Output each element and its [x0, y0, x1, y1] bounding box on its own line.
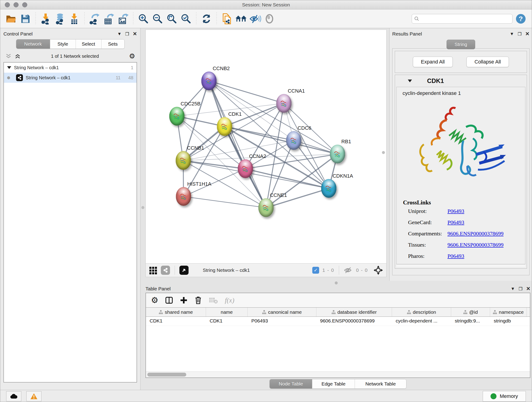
tab-select[interactable]: Select [76, 39, 101, 49]
delete-column-icon[interactable] [195, 296, 202, 304]
network-node-CDC6[interactable]: CDC6 [286, 131, 302, 150]
show-graphics-details-icon[interactable] [264, 13, 275, 25]
clone-network-icon[interactable] [221, 13, 233, 25]
column-header[interactable]: canonical name [248, 307, 317, 317]
node-ball[interactable] [176, 151, 191, 170]
node-ball[interactable] [286, 131, 302, 150]
right-splitter-grip[interactable] [382, 151, 385, 154]
table-cell[interactable]: CDK1 [206, 317, 248, 326]
table-cell[interactable]: CDK1 [146, 317, 206, 326]
network-row[interactable]: String Network – cdk1 11 48 [4, 73, 137, 83]
column-header[interactable]: namespace [490, 307, 527, 317]
node-ball[interactable] [169, 107, 184, 126]
selected-items-checkbox-icon[interactable]: ✓ [312, 267, 319, 274]
table-row[interactable]: CDK1CDK1P064939606.ENSP00000378699cyclin… [146, 317, 530, 326]
table-horizontal-scrollbar[interactable] [146, 371, 530, 377]
column-header[interactable]: database identifier [317, 307, 392, 317]
network-node-CDKN1A[interactable]: CDKN1A [321, 179, 336, 198]
search-input[interactable] [421, 16, 510, 21]
tab-edge-table[interactable]: Edge Table [312, 379, 355, 389]
node-ball[interactable] [238, 159, 253, 178]
node-ball[interactable] [330, 145, 345, 163]
collapse-panel-icon[interactable]: ▼ [511, 286, 515, 291]
tab-string[interactable]: String [447, 40, 475, 49]
node-ball[interactable] [276, 94, 292, 113]
collapse-all-icon[interactable] [5, 53, 12, 59]
import-network-database-icon[interactable] [54, 13, 66, 25]
crosslink-link[interactable]: P06493 [447, 208, 464, 214]
memory-button[interactable]: Memory [483, 391, 526, 402]
float-panel-icon[interactable]: ❒ [518, 32, 522, 37]
birds-eye-view-icon[interactable] [179, 266, 189, 275]
function-builder-icon[interactable]: f(x) [225, 296, 234, 304]
collapse-panel-icon[interactable]: ▼ [510, 32, 514, 36]
warnings-button[interactable] [26, 391, 41, 401]
zoom-in-icon[interactable] [138, 13, 149, 25]
fit-selected-crosshair-icon[interactable] [374, 265, 383, 275]
export-table-icon[interactable] [103, 13, 115, 25]
network-edge[interactable] [209, 81, 266, 208]
entry-expand-icon[interactable] [408, 80, 412, 82]
network-canvas[interactable]: CCNB2 CCNA1 CDC25B CDK1 CDC6 RB1 CCNB1 [146, 30, 386, 263]
node-ball[interactable] [201, 71, 216, 90]
network-node-CDK1[interactable]: CDK1 [217, 117, 232, 136]
float-panel-icon[interactable]: ❒ [519, 286, 523, 292]
table-cell[interactable]: stringdb [490, 317, 527, 326]
close-panel-icon[interactable]: ✕ [525, 31, 530, 37]
crosslink-link[interactable]: 9606.ENSP00000378699 [447, 230, 504, 237]
node-ball[interactable] [217, 117, 232, 136]
column-header[interactable]: shared name [146, 307, 206, 317]
show-columns-icon[interactable] [165, 296, 173, 304]
detach-view-icon[interactable] [161, 266, 170, 275]
tab-style[interactable]: Style [50, 39, 76, 49]
network-options-gear-icon[interactable]: ⚙ [129, 53, 135, 60]
table-cell[interactable]: 9606.ENSP00000378699 [317, 317, 392, 326]
collapse-panel-icon[interactable]: ▼ [117, 32, 122, 36]
collapse-all-button[interactable]: Collapse All [467, 57, 509, 67]
table-cell[interactable]: stringdb:9... [451, 317, 490, 326]
network-node-RB1[interactable]: RB1 [330, 145, 345, 163]
table-cell[interactable]: cyclin-dependent ... [392, 317, 451, 326]
refresh-icon[interactable] [201, 13, 212, 25]
hide-graphics-details-icon[interactable] [249, 13, 261, 25]
tab-network-table[interactable]: Network Table [355, 379, 406, 389]
zoom-fit-icon[interactable] [166, 13, 178, 25]
column-header[interactable]: name [206, 307, 248, 317]
open-session-icon[interactable] [5, 13, 17, 25]
horizontal-splitter[interactable] [140, 281, 532, 285]
network-node-CCNA1[interactable]: CCNA1 [276, 94, 292, 113]
create-column-icon[interactable] [180, 296, 188, 304]
network-node-CCNB2[interactable]: CCNB2 [201, 71, 216, 90]
network-node-CDC25B[interactable]: CDC25B [169, 107, 184, 126]
crosslink-link[interactable]: 9606.ENSP00000378699 [447, 242, 504, 248]
expand-all-button[interactable]: Expand All [413, 57, 453, 67]
network-node-HIST1H1A[interactable]: HIST1H1A [176, 187, 191, 206]
network-node-CCNB1[interactable]: CCNB1 [176, 151, 191, 170]
help-icon[interactable]: ? [515, 13, 527, 25]
crosslink-link[interactable]: P06493 [447, 219, 464, 225]
tab-sets[interactable]: Sets [101, 39, 124, 49]
zoom-out-icon[interactable] [152, 13, 164, 25]
scrollbar-thumb[interactable] [147, 373, 186, 376]
node-ball[interactable] [321, 179, 336, 198]
close-panel-icon[interactable]: ✕ [133, 31, 137, 37]
float-panel-icon[interactable]: ❒ [125, 32, 129, 37]
network-node-CCNA2[interactable]: CCNA2 [238, 159, 253, 178]
delete-table-icon[interactable] [209, 297, 218, 304]
network-edge[interactable] [209, 81, 284, 103]
table-cell[interactable]: P06493 [248, 317, 317, 326]
home-icon[interactable] [235, 13, 247, 25]
left-splitter-grip[interactable] [141, 206, 144, 209]
cloud-button[interactable] [6, 391, 21, 401]
results-scrollbar[interactable] [396, 264, 525, 267]
collection-expand-icon[interactable] [7, 66, 11, 69]
column-header[interactable]: @id [451, 307, 490, 317]
table-options-gear-icon[interactable]: ⚙ [151, 296, 158, 304]
network-collection-row[interactable]: String Network – cdk1 1 [4, 63, 137, 73]
network-node-CCNE1[interactable]: CCNE1 [259, 198, 274, 217]
export-network-icon[interactable] [89, 13, 101, 25]
node-ball[interactable] [176, 187, 191, 206]
grid-view-icon[interactable] [149, 266, 158, 274]
save-session-icon[interactable] [19, 13, 32, 25]
zoom-selected-icon[interactable] [180, 13, 192, 25]
